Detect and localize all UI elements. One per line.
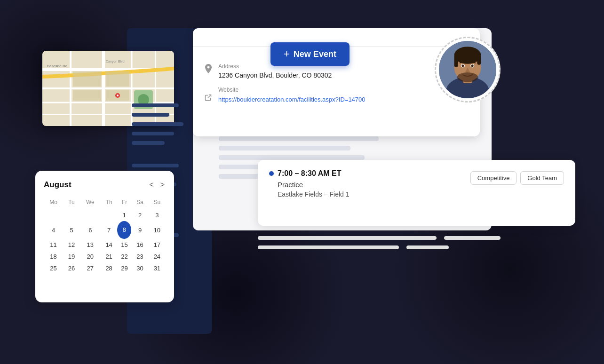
cal-day[interactable]: 13: [80, 239, 101, 251]
day-header-mo: Mo: [44, 197, 63, 209]
cal-day[interactable]: 29: [117, 262, 131, 274]
website-link[interactable]: https://bouldercreatation.com/facilities…: [218, 96, 366, 103]
calendar-card: August < > Mo Tu We Th Fr Sa Su 1: [35, 171, 174, 302]
event-time: 7:00 – 8:30 AM ET: [278, 169, 341, 178]
cal-day[interactable]: 31: [149, 262, 166, 274]
svg-point-18: [117, 95, 119, 96]
event-dot: [269, 171, 274, 176]
cal-day[interactable]: [63, 209, 80, 221]
cal-day[interactable]: 10: [149, 221, 166, 239]
cal-day[interactable]: 19: [63, 251, 80, 262]
cal-day[interactable]: 11: [44, 239, 63, 251]
cal-day-selected[interactable]: 8: [117, 221, 131, 239]
svg-point-29: [471, 64, 474, 67]
calendar-week-3: 11 12 13 14 15 16 17: [44, 239, 166, 251]
svg-rect-25: [477, 55, 481, 65]
website-label: Website: [218, 87, 366, 93]
cal-day[interactable]: 7: [101, 221, 118, 239]
calendar-week-1: 1 2 3: [44, 209, 166, 221]
website-section: Website https://bouldercreatation.com/fa…: [204, 87, 469, 104]
cal-day[interactable]: 23: [131, 251, 148, 262]
svg-point-30: [457, 72, 478, 82]
cal-day[interactable]: 14: [101, 239, 118, 251]
svg-point-23: [454, 47, 481, 64]
loading-skeleton-bars: [258, 236, 575, 255]
cal-day[interactable]: 12: [63, 239, 80, 251]
cal-day[interactable]: 20: [80, 251, 101, 262]
calendar-next-btn[interactable]: >: [159, 181, 166, 189]
event-tag-competitive[interactable]: Competitive: [470, 171, 517, 185]
day-header-sa: Sa: [131, 197, 148, 209]
calendar-week-5: 25 26 27 28 29 30 31: [44, 262, 166, 274]
new-event-label: New Event: [294, 49, 336, 59]
cal-day[interactable]: 6: [80, 221, 101, 239]
person-photo: [439, 41, 496, 98]
calendar-month-label: August: [44, 180, 72, 190]
event-card: 7:00 – 8:30 AM ET Practice Eastlake Fiel…: [258, 160, 575, 226]
skeleton-bar: [258, 245, 399, 249]
day-header-we: We: [80, 197, 101, 209]
svg-rect-9: [73, 71, 101, 87]
cal-day[interactable]: 22: [117, 251, 131, 262]
skeleton-bar: [258, 236, 437, 240]
cal-day[interactable]: 28: [101, 262, 118, 274]
cal-day[interactable]: 5: [63, 221, 80, 239]
cal-day[interactable]: [101, 209, 118, 221]
day-header-su: Su: [149, 197, 166, 209]
cal-day[interactable]: 2: [131, 209, 148, 221]
cal-day[interactable]: 24: [149, 251, 166, 262]
cal-day[interactable]: [80, 209, 101, 221]
calendar-prev-btn[interactable]: <: [148, 181, 154, 189]
cal-day[interactable]: 3: [149, 209, 166, 221]
address-value: 1236 Canyon Blvd, Boulder, CO 80302: [218, 71, 332, 79]
plus-icon: +: [284, 48, 290, 60]
cal-day[interactable]: 15: [117, 239, 131, 251]
cal-day[interactable]: 30: [131, 262, 148, 274]
cal-day[interactable]: 9: [131, 221, 148, 239]
event-tag-gold-team[interactable]: Gold Team: [520, 171, 564, 185]
event-tags: Competitive Gold Team: [470, 171, 564, 185]
cal-day[interactable]: 26: [63, 262, 80, 274]
cal-day[interactable]: 21: [101, 251, 118, 262]
svg-text:Baseline Rd: Baseline Rd: [47, 64, 67, 68]
location-icon: [204, 64, 213, 74]
event-title: Practice: [269, 181, 350, 189]
skeleton-bar: [406, 245, 449, 249]
cal-day[interactable]: [44, 209, 63, 221]
svg-text:Canyon Blvd: Canyon Blvd: [106, 60, 125, 63]
svg-rect-10: [106, 71, 129, 87]
day-header-tu: Tu: [63, 197, 80, 209]
cal-day[interactable]: 17: [149, 239, 166, 251]
cal-day[interactable]: 18: [44, 251, 63, 262]
event-time-row: 7:00 – 8:30 AM ET: [269, 169, 350, 178]
calendar-header: August < >: [44, 180, 166, 190]
event-location: Eastlake Fields – Field 1: [269, 190, 350, 198]
event-details: 7:00 – 8:30 AM ET Practice Eastlake Fiel…: [269, 169, 350, 198]
svg-rect-11: [73, 90, 101, 101]
svg-point-28: [461, 64, 464, 67]
calendar-week-4: 18 19 20 21 22 23 24: [44, 251, 166, 262]
skeleton-bar: [444, 236, 501, 240]
svg-rect-24: [454, 55, 458, 67]
calendar-grid: Mo Tu We Th Fr Sa Su 1 2 3 4 5: [44, 197, 166, 274]
avatar-container: [435, 37, 501, 103]
avatar-ring: [435, 37, 501, 103]
day-header-fr: Fr: [117, 197, 131, 209]
link-icon: [204, 93, 213, 102]
calendar-week-2: 4 5 6 7 8 9 10: [44, 221, 166, 239]
cal-day[interactable]: 16: [131, 239, 148, 251]
cal-day[interactable]: 1: [117, 209, 131, 221]
day-header-th: Th: [101, 197, 118, 209]
avatar: [439, 41, 496, 98]
cal-day[interactable]: 25: [44, 262, 63, 274]
calendar-nav: < >: [148, 181, 166, 189]
new-event-button[interactable]: + New Event: [270, 42, 350, 66]
cal-day[interactable]: 4: [44, 221, 63, 239]
cal-day[interactable]: 27: [80, 262, 101, 274]
